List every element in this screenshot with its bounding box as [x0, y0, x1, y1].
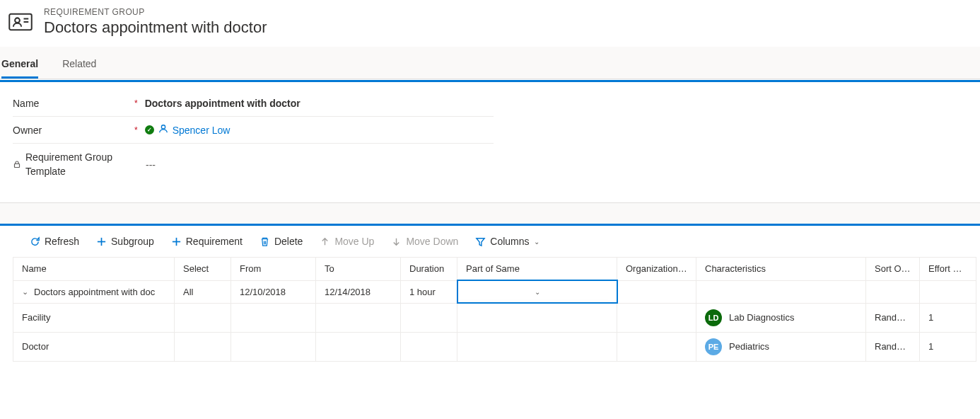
trash-icon	[259, 236, 270, 247]
arrow-down-icon	[391, 236, 402, 247]
col-name[interactable]: Name	[13, 258, 175, 281]
chevron-down-icon[interactable]: ⌄	[22, 287, 28, 297]
owner-link[interactable]: Spencer Low	[173, 125, 231, 136]
requirement-grid: Name Select From To Duration Part of Sam…	[13, 257, 976, 362]
tab-related[interactable]: Related	[62, 54, 96, 79]
plus-icon	[171, 236, 182, 247]
page-title: Doctors appointment with doctor	[44, 18, 267, 37]
requirement-button[interactable]: Requirement	[171, 236, 243, 247]
table-row[interactable]: Doctor PE Pediatrics Randomize 1	[13, 332, 976, 361]
svg-point-1	[15, 18, 20, 23]
chevron-down-icon: ⌄	[534, 238, 539, 246]
form-section: Name * Doctors appointment with doctor O…	[0, 80, 980, 202]
characteristic-badge: LD	[705, 309, 722, 326]
tab-general[interactable]: General	[1, 54, 38, 79]
status-verified-icon	[145, 125, 154, 134]
plus-icon	[96, 236, 107, 247]
characteristic-label: Lab Diagnostics	[729, 312, 795, 323]
entity-type-label: REQUIREMENT GROUP	[44, 7, 267, 17]
name-label: Name	[13, 98, 39, 109]
person-icon	[158, 124, 168, 136]
owner-label: Owner	[13, 125, 42, 136]
part-of-same-cell-active[interactable]: ⌄ Organizational Unit Resource Tree L	[457, 280, 617, 303]
characteristic-badge: PE	[705, 338, 722, 355]
col-sort[interactable]: Sort Option	[866, 258, 920, 281]
page-header: REQUIREMENT GROUP Doctors appointment wi…	[0, 0, 980, 47]
characteristic-label: Pediatrics	[729, 341, 769, 352]
svg-point-4	[161, 125, 165, 129]
subgroup-button[interactable]: Subgroup	[96, 236, 154, 247]
col-characteristics[interactable]: Characteristics	[696, 258, 866, 281]
refresh-icon	[30, 236, 40, 247]
svg-rect-5	[15, 163, 20, 167]
grid-toolbar: Refresh Subgroup Requirement Delete Move…	[13, 226, 967, 257]
columns-button[interactable]: Columns ⌄	[475, 236, 539, 247]
delete-button[interactable]: Delete	[259, 236, 303, 247]
entity-icon	[7, 8, 34, 35]
tab-bar: General Related	[0, 47, 980, 79]
movedown-button: Move Down	[391, 236, 458, 247]
moveup-button: Move Up	[320, 236, 374, 247]
grid-section: Refresh Subgroup Requirement Delete Move…	[0, 224, 980, 379]
col-orgunit[interactable]: Organizational Unit	[617, 258, 696, 281]
col-partofsame[interactable]: Part of Same	[457, 258, 617, 281]
col-duration[interactable]: Duration	[401, 258, 457, 281]
name-value[interactable]: Doctors appointment with doctor	[138, 98, 301, 109]
lock-icon	[13, 159, 21, 171]
part-of-same-dropdown: Organizational Unit Resource Tree Locati…	[457, 302, 612, 303]
template-label-line2: Template	[25, 165, 112, 179]
col-from[interactable]: From	[231, 258, 316, 281]
refresh-button[interactable]: Refresh	[30, 236, 79, 247]
col-select[interactable]: Select	[175, 258, 231, 281]
table-row[interactable]: Facility LD Lab Diagnostics Randomize 1	[13, 303, 976, 332]
table-row[interactable]: ⌄Doctors appointment with doc All 12/10/…	[13, 280, 976, 303]
chevron-down-icon: ⌄	[535, 288, 540, 296]
arrow-up-icon	[320, 236, 330, 247]
template-label-line1: Requirement Group	[25, 151, 112, 165]
col-to[interactable]: To	[316, 258, 401, 281]
col-effort[interactable]: Effort Require	[920, 258, 976, 281]
filter-icon	[475, 236, 486, 247]
template-value[interactable]: ---	[139, 159, 156, 171]
